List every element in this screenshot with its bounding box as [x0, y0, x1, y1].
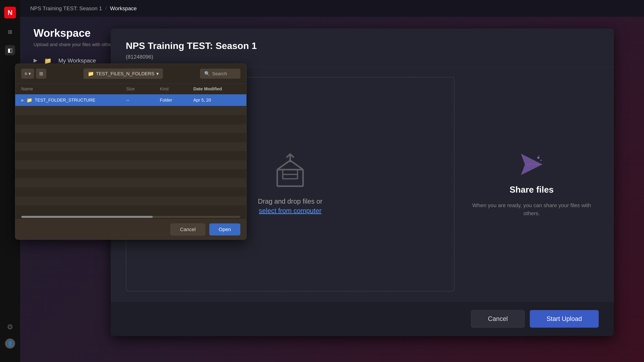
workspace-label[interactable]: My Workspace [58, 57, 96, 64]
file-picker-dialog: ≡ ▾ ⊞ 📁 TEST_FILES_N_FOLDERS ▾ 🔍 Search … [15, 64, 246, 240]
file-row[interactable] [15, 151, 246, 160]
list-view-button[interactable]: ≡ ▾ [21, 69, 34, 79]
select-from-computer-link[interactable]: select from computer [259, 207, 321, 214]
file-row[interactable] [15, 187, 246, 196]
monitor-icon[interactable]: ◧ [5, 45, 15, 55]
folder-location-icon: 📁 [88, 71, 94, 77]
search-bar[interactable]: 🔍 Search [200, 69, 240, 79]
file-row[interactable] [15, 133, 246, 142]
svg-rect-0 [277, 170, 303, 186]
share-plane-icon [518, 151, 545, 178]
view-controls: ≡ ▾ ⊞ [21, 69, 46, 79]
file-picker-toolbar: ≡ ▾ ⊞ 📁 TEST_FILES_N_FOLDERS ▾ 🔍 Search [15, 64, 246, 84]
scrollbar-area [15, 215, 246, 219]
share-title: Share files [510, 185, 554, 195]
file-row[interactable] [15, 142, 246, 151]
workspace-toggle[interactable]: ▶ [34, 57, 38, 63]
sidebar-bottom: ⚙ 👤 [0, 322, 20, 349]
file-date: Apr 5, 20 [193, 97, 240, 103]
breadcrumb-parent[interactable]: NPS Training TEST: Season 1 [30, 5, 102, 11]
file-row[interactable] [15, 178, 246, 187]
file-row[interactable] [15, 169, 246, 178]
upload-modal-title: NPS Training TEST: Season 1 [126, 40, 599, 51]
user-avatar[interactable]: 👤 [5, 339, 15, 349]
share-panel: Share files When you are ready, you can … [464, 77, 599, 292]
file-row[interactable] [15, 205, 246, 215]
file-row[interactable] [15, 106, 246, 115]
grid-view-icon: ⊞ [39, 71, 43, 76]
file-list-body: ▶ 📁 TEST_FOLDER_STRUCTURE -- Folder Apr … [15, 94, 246, 215]
location-chevron-icon: ▾ [156, 71, 159, 76]
row-folder-icon: 📁 [26, 97, 32, 103]
file-kind: Folder [160, 97, 193, 103]
topbar: NPS Training TEST: Season 1 / Workspace [20, 0, 644, 17]
search-placeholder: Search [212, 71, 227, 76]
breadcrumb: NPS Training TEST: Season 1 / Workspace [30, 5, 137, 11]
file-row[interactable] [15, 196, 246, 205]
row-chevron-icon: ▶ [21, 98, 24, 102]
list-view-icon: ≡ [24, 71, 27, 76]
start-upload-button[interactable]: Start Upload [530, 310, 599, 328]
svg-rect-3 [283, 174, 298, 179]
breadcrumb-separator: / [105, 6, 107, 11]
app-logo[interactable]: N [4, 7, 16, 18]
svg-point-7 [537, 157, 540, 159]
file-size: -- [126, 97, 160, 103]
col-date-header: Date Modified [193, 86, 240, 91]
scrollbar-track[interactable] [21, 216, 240, 218]
file-row[interactable] [15, 160, 246, 169]
file-row-name: ▶ 📁 TEST_FOLDER_STRUCTURE [21, 97, 126, 103]
upload-modal-footer: Cancel Start Upload [111, 302, 614, 336]
breadcrumb-current: Workspace [110, 5, 137, 11]
upload-box-icon [272, 153, 308, 190]
search-icon: 🔍 [204, 71, 210, 76]
file-picker-open-button[interactable]: Open [209, 223, 240, 236]
file-picker-cancel-button[interactable]: Cancel [170, 223, 205, 236]
file-picker-footer: Cancel Open [15, 219, 246, 240]
svg-point-9 [539, 155, 540, 156]
home-icon[interactable]: ⊞ [5, 27, 15, 37]
upload-cancel-button[interactable]: Cancel [471, 310, 524, 328]
workspace-folder-icon: 📁 [44, 57, 52, 64]
file-row[interactable] [15, 124, 246, 133]
gear-icon[interactable]: ⚙ [5, 322, 15, 332]
col-size-header: Size [126, 86, 160, 91]
grid-view-button[interactable]: ⊞ [36, 69, 46, 79]
upload-modal-header: NPS Training TEST: Season 1 (81248096) [111, 28, 614, 67]
list-view-chevron: ▾ [28, 71, 31, 76]
location-label: TEST_FILES_N_FOLDERS [96, 71, 154, 76]
col-kind-header: Kind [160, 86, 193, 91]
share-description: When you are ready, you can share your f… [464, 201, 599, 217]
file-name-label: TEST_FOLDER_STRUCTURE [35, 97, 95, 103]
drop-zone-text: Drag and drop files or select from compu… [258, 197, 322, 215]
svg-point-8 [540, 160, 542, 161]
upload-modal-id: (81248096) [126, 54, 599, 60]
file-row[interactable] [15, 115, 246, 124]
drop-main-text: Drag and drop files or [258, 198, 322, 205]
file-list-header: Name Size Kind Date Modified [15, 84, 246, 94]
location-bar[interactable]: 📁 TEST_FILES_N_FOLDERS ▾ [84, 68, 163, 79]
file-row[interactable]: ▶ 📁 TEST_FOLDER_STRUCTURE -- Folder Apr … [15, 94, 246, 106]
col-name-header: Name [21, 86, 126, 91]
scrollbar-thumb[interactable] [21, 216, 153, 218]
